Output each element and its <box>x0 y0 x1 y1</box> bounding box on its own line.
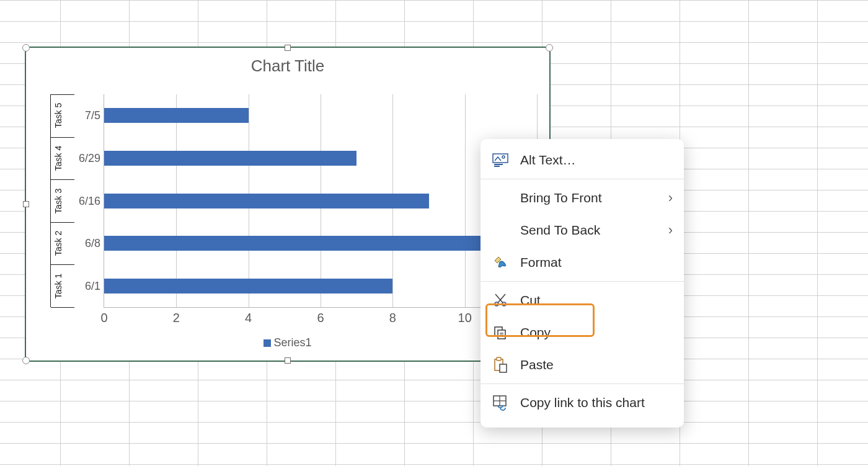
chevron-right-icon: › <box>668 222 673 238</box>
context-menu: Alt Text… Bring To Front › Send To Back … <box>480 139 684 428</box>
y-category-label: Task 4 <box>53 146 63 171</box>
x-tick-label: 2 <box>173 307 180 325</box>
y-category-label: Task 5 <box>53 103 63 128</box>
y-category-label: Task 2 <box>53 231 63 256</box>
category-divider <box>51 264 74 265</box>
outer-category-axis <box>50 94 51 307</box>
category-divider <box>51 307 74 308</box>
menu-separator <box>480 179 684 179</box>
menu-format[interactable]: Format <box>480 246 684 279</box>
y-tick-label: 7/5 <box>85 109 104 122</box>
bar[interactable] <box>104 108 249 123</box>
y-category-label: Task 1 <box>53 273 63 298</box>
menu-copy-link[interactable]: Copy link to this chart <box>480 387 684 419</box>
resize-handle-nw[interactable] <box>22 44 30 52</box>
category-divider <box>51 222 74 223</box>
menu-separator <box>480 383 684 384</box>
resize-handle-sw[interactable] <box>22 357 30 364</box>
menu-send-to-back[interactable]: Send To Back › <box>480 214 684 246</box>
chart-title[interactable]: Chart Title <box>26 48 549 76</box>
x-tick-label: 10 <box>458 307 472 325</box>
x-tick-label: 4 <box>245 307 252 325</box>
alt-text-icon <box>492 151 509 169</box>
category-divider <box>51 94 74 95</box>
y-tick-label: 6/1 <box>85 279 104 292</box>
blank-icon <box>492 222 509 239</box>
chart-legend[interactable]: Series1 <box>26 336 549 349</box>
resize-handle-ne[interactable] <box>546 44 553 52</box>
paste-icon <box>492 356 509 374</box>
chevron-right-icon: › <box>668 190 673 206</box>
svg-rect-14 <box>500 364 507 372</box>
category-divider <box>51 179 74 180</box>
resize-handle-w[interactable] <box>23 201 29 207</box>
plot-area[interactable]: 0246810127/5Task 56/29Task 46/16Task 36/… <box>104 94 537 308</box>
y-tick-label: 6/16 <box>79 194 104 207</box>
x-tick-label: 6 <box>317 307 324 325</box>
category-divider <box>51 137 74 138</box>
y-tick-label: 6/29 <box>79 151 104 164</box>
menu-alt-text[interactable]: Alt Text… <box>480 144 684 176</box>
menu-bring-to-front[interactable]: Bring To Front › <box>480 182 684 214</box>
menu-cut[interactable]: Cut <box>480 284 684 316</box>
copy-icon <box>492 324 509 341</box>
svg-rect-9 <box>498 330 505 339</box>
svg-rect-13 <box>497 357 501 361</box>
legend-label: Series1 <box>273 336 311 349</box>
resize-handle-n[interactable] <box>285 45 291 51</box>
menu-paste[interactable]: Paste <box>480 349 684 381</box>
chart-link-icon <box>492 394 509 411</box>
gridline <box>465 94 466 307</box>
svg-point-1 <box>502 156 505 158</box>
legend-swatch <box>264 339 271 347</box>
bar[interactable] <box>104 194 429 208</box>
resize-handle-s[interactable] <box>285 357 291 364</box>
bar[interactable] <box>104 279 392 293</box>
x-tick-label: 8 <box>389 307 396 325</box>
scissors-icon <box>492 292 509 309</box>
bar[interactable] <box>104 151 356 166</box>
menu-separator <box>480 281 684 282</box>
format-icon <box>492 254 509 271</box>
blank-icon <box>492 189 509 207</box>
x-tick-label: 0 <box>100 307 107 325</box>
bar[interactable] <box>104 236 483 251</box>
menu-copy[interactable]: Copy <box>480 316 684 349</box>
y-tick-label: 6/8 <box>85 237 104 250</box>
y-category-label: Task 3 <box>53 188 63 213</box>
svg-rect-0 <box>493 154 508 163</box>
chart-object[interactable]: Chart Title 0246810127/5Task 56/29Task 4… <box>25 47 551 362</box>
